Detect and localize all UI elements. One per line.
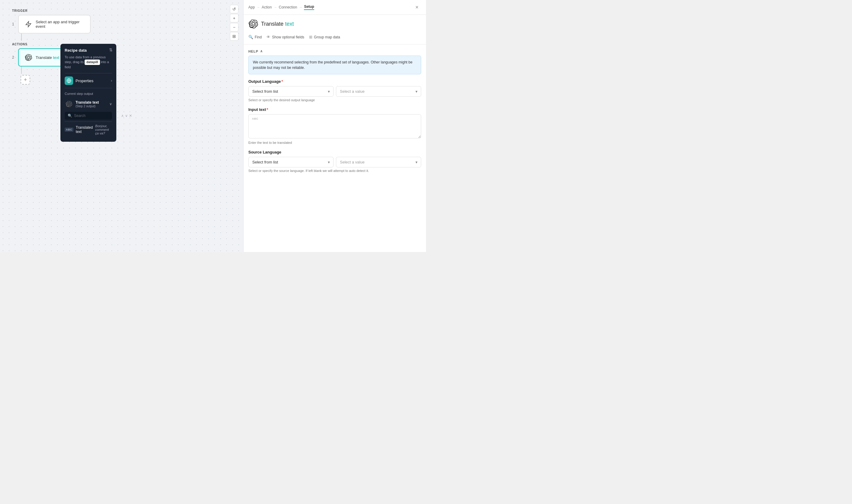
eye-icon: 👁	[267, 35, 270, 39]
help-section: HELP ∧ We currently recommend selecting …	[248, 49, 421, 74]
trigger-icon	[24, 20, 33, 29]
svg-marker-0	[26, 21, 31, 27]
step-1-number: 1	[12, 22, 18, 26]
recipe-popup-title: Recipe data	[65, 48, 112, 53]
breadcrumb-setup[interactable]: Setup	[304, 4, 314, 10]
source-language-list-wrapper: Select from list ▼	[248, 157, 333, 167]
datapill-label: datapill	[85, 59, 100, 65]
output-language-list-wrapper: Select from list ▼	[248, 86, 333, 97]
search-nav: ∧ ∨ ✕	[121, 114, 132, 118]
step-output-sub: (Step 2 output)	[75, 105, 107, 108]
input-text-required: *	[267, 107, 268, 112]
translated-text-label: Translated text	[76, 125, 93, 134]
add-step-button[interactable]: +	[21, 75, 30, 85]
step-1-box[interactable]: Select an app and trigger event	[18, 15, 91, 34]
properties-label: Properties	[75, 78, 108, 83]
recipe-popup: Recipe data To use data from a previous …	[60, 44, 116, 142]
step-2-text: Translate text	[36, 55, 59, 60]
find-icon: 🔍	[248, 35, 253, 39]
group-map-icon: ⊞	[309, 35, 312, 39]
output-language-label: Output Language*	[248, 79, 421, 84]
trigger-label: TRIGGER	[12, 9, 231, 12]
output-language-value-select[interactable]: Select a value	[336, 86, 421, 97]
connector-2	[21, 67, 22, 74]
optional-fields-button[interactable]: 👁 Show optional fields	[267, 34, 304, 40]
properties-icon	[65, 76, 73, 85]
openai-step-icon	[24, 53, 33, 61]
search-input[interactable]	[74, 114, 119, 118]
source-language-list-select[interactable]: Select from list	[248, 157, 333, 167]
step-2-row: 2 Translate text	[12, 48, 231, 67]
output-language-section: Output Language* Select from list ▼ Sele…	[248, 79, 421, 102]
translated-text-value: Bonjour, comment ça va?	[95, 124, 112, 135]
toolbar-row: 🔍 Find 👁 Show optional fields ⊞ Group ma…	[243, 32, 426, 44]
panel-content: HELP ∧ We currently recommend selecting …	[243, 44, 426, 183]
recipe-popup-desc: To use data from a previous step, drag i…	[65, 55, 112, 70]
step-output-item: Translate text (Step 2 output) ∨	[65, 98, 112, 110]
properties-section[interactable]: Properties ›	[65, 73, 112, 88]
close-button[interactable]: ×	[413, 3, 421, 12]
output-language-value-wrapper: Select a value ▼	[336, 86, 421, 97]
breadcrumb-arrow-3: →	[299, 5, 302, 9]
breadcrumb-arrow-1: →	[256, 5, 260, 9]
output-language-hint: Select or specify the desired output lan…	[248, 98, 421, 102]
panel-title: Translate text	[261, 21, 294, 27]
source-language-hint: Select or specify the source language. I…	[248, 169, 421, 173]
source-language-label: Source Language	[248, 150, 421, 155]
panel-openai-icon	[248, 19, 258, 29]
step-1-row: 1 Select an app and trigger event	[12, 15, 231, 34]
output-language-select-row: Select from list ▼ Select a value ▼	[248, 86, 421, 97]
input-text-hint: Enter the text to be translated	[248, 141, 421, 144]
connector-1	[21, 34, 22, 41]
step-output-icon	[65, 100, 73, 108]
search-icon: 🔍	[68, 114, 72, 118]
search-up-button[interactable]: ∧	[121, 114, 124, 118]
breadcrumb-connection[interactable]: Connection	[279, 5, 297, 10]
flow-canvas: ↺ + − ⊞ TRIGGER 1 Select an app and trig…	[0, 0, 243, 252]
source-language-select-row: Select from list ▼ Select a value ▼	[248, 157, 421, 167]
step-1-text: Select an app and trigger event	[36, 20, 85, 29]
step-output-info: Translate text (Step 2 output)	[75, 100, 107, 108]
source-language-value-select[interactable]: Select a value	[336, 157, 421, 167]
group-map-button[interactable]: ⊞ Group map data	[309, 34, 340, 40]
panel-header: App → Action → Connection → Setup ×	[243, 0, 426, 15]
input-text-wrapper: ABC	[248, 114, 421, 139]
step-output-name: Translate text	[75, 100, 107, 105]
translated-text-row: ABC Translated text Bonjour, comment ça …	[65, 122, 112, 138]
output-language-required: *	[282, 79, 283, 84]
properties-chevron-icon: ›	[111, 78, 112, 83]
panel-title-row: Translate text	[243, 15, 426, 32]
breadcrumb-action[interactable]: Action	[261, 5, 272, 10]
search-down-button[interactable]: ∨	[125, 114, 128, 118]
input-text-section: Input text* ABC Enter the text to be tra…	[248, 107, 421, 144]
breadcrumb-app[interactable]: App	[248, 5, 255, 10]
step-output-chevron-icon[interactable]: ∨	[109, 102, 112, 106]
search-clear-button[interactable]: ✕	[129, 114, 132, 118]
current-step-section: Current step output Translate text (Step…	[65, 88, 112, 138]
output-language-list-select[interactable]: Select from list	[248, 86, 333, 97]
step-2-number: 2	[12, 55, 18, 59]
help-header[interactable]: HELP ∧	[248, 49, 421, 53]
help-chevron-icon: ∧	[260, 49, 263, 53]
search-row: 🔍 ∧ ∨ ✕	[65, 112, 112, 120]
source-language-value-wrapper: Select a value ▼	[336, 157, 421, 167]
recipe-sort-icon[interactable]: ⇅	[109, 48, 113, 52]
abc-badge: ABC	[65, 127, 73, 132]
current-step-label: Current step output	[65, 92, 112, 95]
input-text-label: Input text*	[248, 107, 421, 112]
find-button[interactable]: 🔍 Find	[248, 34, 261, 40]
actions-label: ACTIONS	[12, 42, 231, 46]
breadcrumb-arrow-2: →	[274, 5, 277, 9]
breadcrumb: App → Action → Connection → Setup	[248, 4, 410, 10]
input-text-field[interactable]	[248, 114, 421, 138]
help-box: We currently recommend selecting from th…	[248, 56, 421, 74]
right-panel: App → Action → Connection → Setup × Tran…	[243, 0, 426, 252]
source-language-section: Source Language Select from list ▼ Selec…	[248, 150, 421, 173]
